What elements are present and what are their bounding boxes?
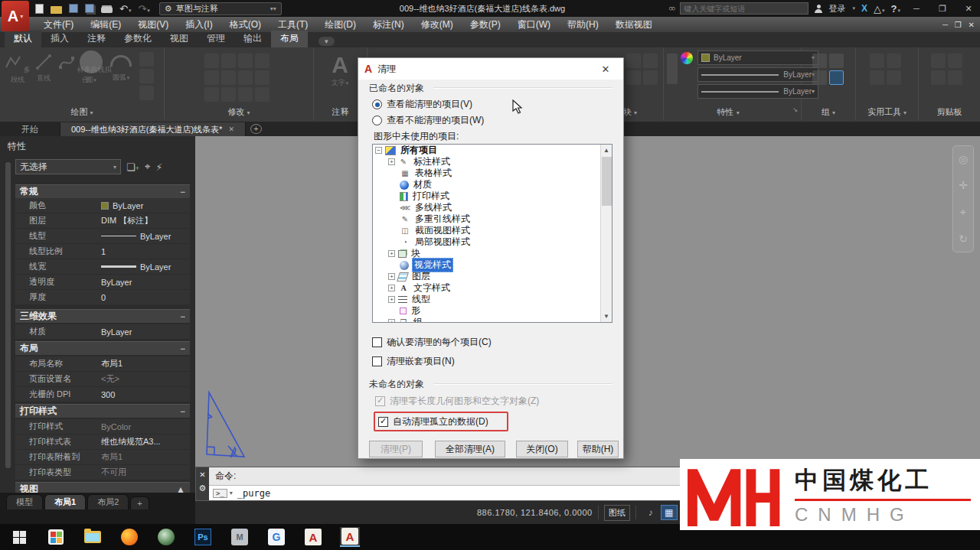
firefox-icon[interactable] — [119, 527, 139, 547]
tab-view[interactable]: 视图 — [161, 31, 198, 47]
undo-icon[interactable]: ↶▾ — [119, 4, 131, 14]
panel-expander-icon[interactable]: ↘ — [792, 106, 798, 113]
purge-all-button[interactable]: 全部清理(A) — [435, 441, 505, 457]
text-tool[interactable]: A 文字▾ — [325, 52, 355, 88]
checkbox-confirm-each[interactable]: 确认要清理的每个项目(C) — [372, 336, 492, 349]
tab-annotate[interactable]: 注释 — [78, 31, 115, 47]
save-as-icon[interactable] — [85, 4, 94, 13]
tree-item[interactable]: +块 — [373, 248, 612, 259]
tab-home[interactable]: 默认 — [5, 31, 41, 47]
section-layout[interactable]: 布局− — [15, 341, 190, 355]
draw-more-tools[interactable] — [139, 52, 161, 100]
help-button[interactable]: 帮助(H) — [577, 441, 619, 457]
section-general[interactable]: 常规− — [15, 184, 190, 198]
tab-parametric[interactable]: 参数化 — [115, 31, 161, 47]
menu-window[interactable]: 窗口(W) — [509, 18, 559, 31]
selection-dropdown[interactable]: 无选择▾ — [15, 159, 121, 174]
new-layout-button[interactable]: + — [130, 496, 149, 509]
tab-model[interactable]: 模型 — [6, 494, 43, 509]
prop-row[interactable]: 颜色ByLayer — [15, 198, 190, 213]
prop-row[interactable]: 光栅的 DPI300 — [15, 387, 190, 402]
menu-edit[interactable]: 编辑(E) — [82, 18, 129, 31]
start-button[interactable] — [9, 527, 29, 547]
close-icon[interactable]: ✕ — [199, 470, 205, 479]
object-color-dropdown[interactable]: ByLayer▾ — [697, 50, 818, 65]
pan-icon[interactable]: ✛ — [959, 179, 968, 191]
new-tab-button[interactable]: + — [250, 124, 262, 134]
panel-label-group[interactable]: 组 ▾ — [802, 106, 855, 118]
tree-item[interactable]: +线型 — [373, 294, 612, 305]
redo-icon[interactable]: ↷▾ — [138, 4, 149, 14]
section-plot-style[interactable]: 打印样式− — [15, 404, 190, 418]
tab-drawing[interactable]: 009--维也纳3好酒店(秦福大道店)线条表* ✕ — [60, 122, 246, 136]
grid-display-icon[interactable]: ♪ — [642, 505, 659, 520]
save-icon[interactable] — [69, 4, 78, 13]
tab-layout2[interactable]: 布局2 — [87, 494, 129, 509]
menu-view[interactable]: 视图(V) — [129, 18, 177, 31]
tree-item[interactable]: 打印样式 — [373, 190, 612, 202]
exchange-apps-icon[interactable]: X — [861, 3, 867, 14]
prop-row[interactable]: 材质ByLayer — [15, 324, 190, 340]
radio-view-purgeable[interactable]: 查看能清理的项目(V) — [372, 98, 472, 111]
group-selection-on-icon[interactable] — [829, 70, 844, 85]
prop-row[interactable]: 打印样式表维也纳规范A3... — [15, 434, 190, 450]
tree-item[interactable]: ▦表格样式 — [373, 168, 612, 179]
tree-item[interactable]: ◫截面视图样式 — [373, 225, 612, 236]
cloud-icon[interactable]: ▾ — [318, 37, 335, 46]
tree-item[interactable]: ✎多重引线样式 — [373, 213, 612, 225]
close-icon[interactable]: ✕ — [228, 125, 234, 133]
command-input[interactable]: _purge — [237, 488, 270, 499]
store-icon[interactable] — [46, 527, 66, 547]
line-tool[interactable]: 直线 — [32, 54, 55, 83]
tree-item[interactable]: ◔局部视图样式 — [373, 236, 612, 248]
prop-row[interactable]: 页面设置名<无> — [15, 372, 190, 387]
panel-label-properties[interactable]: 特性 ▾ ↘ — [664, 106, 801, 118]
prop-row[interactable]: 厚度0 — [15, 290, 190, 305]
restore-button[interactable]: ❐ — [933, 4, 952, 14]
new-file-icon[interactable] — [35, 4, 44, 14]
section-3d-effects[interactable]: 三维效果− — [15, 309, 190, 323]
expand-icon[interactable]: + — [388, 273, 395, 280]
tree-item[interactable]: +A文字样式 — [373, 282, 612, 294]
toggle-pickadd-icon[interactable]: ❏+ — [126, 161, 139, 173]
steering-wheel-icon[interactable]: ◎ — [959, 153, 968, 165]
tab-start[interactable]: 开始 — [0, 122, 60, 136]
collapse-icon[interactable]: − — [375, 147, 382, 154]
menu-format[interactable]: 格式(O) — [221, 18, 270, 31]
scrollbar-thumb[interactable] — [602, 157, 612, 206]
palette-grip[interactable] — [5, 162, 11, 468]
customize-icon[interactable]: ⚙ — [199, 483, 207, 493]
tree-item[interactable]: 材质 — [373, 179, 612, 190]
close-button[interactable]: 关闭(O) — [516, 441, 568, 457]
prop-row[interactable]: 打印样式ByColor — [15, 419, 190, 434]
dialog-title-bar[interactable]: A 清理 ✕ — [358, 58, 623, 80]
close-button[interactable]: ✕ — [959, 4, 978, 14]
snap-mode-icon[interactable]: ▦ — [661, 505, 678, 520]
menu-tools[interactable]: 工具(T) — [270, 18, 316, 31]
orbit-icon[interactable]: ↻ — [959, 233, 968, 245]
tree-item[interactable]: 形 — [373, 305, 612, 317]
tree-item[interactable]: +✎标注样式 — [373, 156, 612, 168]
tab-manage[interactable]: 管理 — [198, 31, 234, 47]
checkbox-auto-purge-orphaned[interactable]: 自动清理孤立的数据(D) — [378, 415, 488, 428]
tree-scrollbar[interactable]: ▲ ▼ — [600, 145, 612, 322]
expand-icon[interactable]: + — [388, 319, 395, 323]
polyline-tool[interactable]: 多段线 — [5, 54, 31, 85]
panel-label-clipboard[interactable]: 剪贴板 — [919, 106, 980, 118]
menu-insert[interactable]: 插入(I) — [177, 18, 220, 31]
expand-icon[interactable]: + — [388, 296, 395, 303]
minimize-button[interactable]: ─ — [906, 4, 926, 13]
tree-item[interactable]: −所有项目 — [373, 145, 612, 156]
expand-icon[interactable]: + — [388, 158, 395, 165]
menu-parametric[interactable]: 参数(P) — [462, 18, 509, 31]
scroll-down-icon[interactable]: ▼ — [601, 311, 612, 322]
search-box[interactable] — [680, 2, 808, 15]
prop-row[interactable]: 布局名称布局1 — [15, 356, 190, 372]
a360-icon[interactable]: △▾ — [874, 4, 885, 14]
triangle-drawing[interactable] — [198, 386, 255, 464]
lineweight-dropdown[interactable]: ByLayer▾ — [697, 67, 818, 82]
menu-draw[interactable]: 绘图(D) — [316, 18, 364, 31]
autocad-taskbar-icon[interactable]: A — [303, 527, 323, 547]
navigation-bar[interactable]: ◎ ✛ ⌖ ↻ — [952, 145, 974, 252]
tree-item-selected[interactable]: 视觉样式 — [373, 259, 612, 271]
